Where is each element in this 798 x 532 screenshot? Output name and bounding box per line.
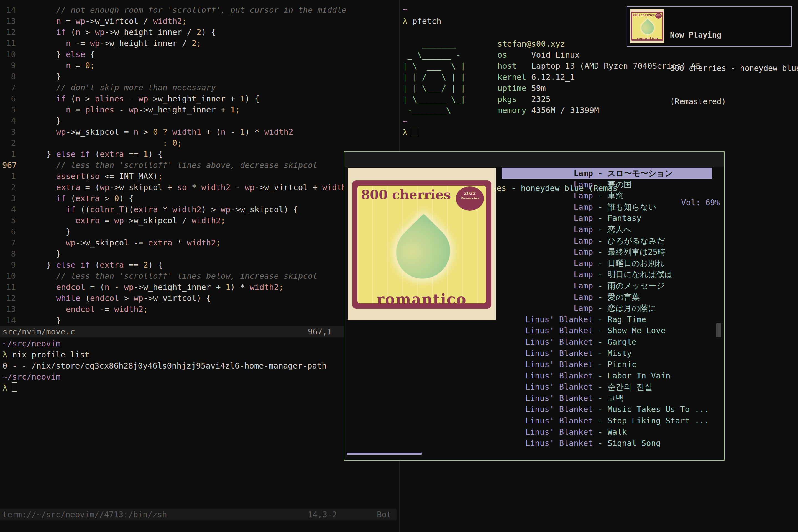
track-row-selected[interactable]: Lamp - スロ〜モ〜ション — [344, 168, 724, 179]
code-area[interactable]: 14 // not enough room for 'scrolloff', p… — [0, 4, 399, 326]
code-line[interactable]: 3 if (extra > 0) { — [0, 193, 399, 204]
track-row[interactable]: Linus' Blanket - Signal Song — [344, 438, 724, 449]
code-line[interactable]: 5 n = plines - wp->w_height_inner + 1; — [0, 104, 399, 115]
code-line[interactable]: 7 // don't skip more than necessary — [0, 82, 399, 93]
code-line[interactable]: 5 extra = wp->w_skipcol / width2; — [0, 215, 399, 226]
now-playing-notification[interactable]: 800 cherries 2022Remaster romantico Now … — [627, 6, 792, 46]
track-row[interactable]: Linus' Blanket - Picnic — [344, 359, 724, 370]
track-row[interactable]: Lamp - 誰も知らない — [344, 202, 724, 213]
shell-prompt[interactable]: λ — [403, 127, 417, 138]
relative-line-number: 3 — [0, 193, 27, 204]
scroll-indicator: Bot — [377, 509, 391, 520]
relative-line-number: 14 — [0, 315, 27, 326]
code-line[interactable]: 14 // not enough room for 'scrolloff', p… — [0, 4, 399, 16]
track-title: Signal Song — [607, 438, 661, 448]
track-artist: Lamp — [344, 190, 593, 202]
code-line[interactable]: 4 } — [0, 115, 399, 126]
track-title: 最終列車は25時 — [607, 247, 666, 256]
music-player-window[interactable]: [Playing] herries - honeydew blue (Remas… — [344, 151, 725, 460]
relative-line-number: 9 — [0, 60, 27, 71]
code-line[interactable]: 967 // less than 'scrolloff' lines above… — [0, 159, 399, 171]
prompt-lambda-icon: λ — [2, 350, 7, 359]
playback-progress-bar[interactable] — [347, 453, 422, 455]
track-title: 恋は月の蔭に — [607, 303, 656, 313]
remaster-badge: 2022Remaster — [655, 13, 662, 19]
code-line[interactable]: 9 n = 0; — [0, 60, 399, 71]
relative-line-number: 4 — [0, 115, 27, 126]
code-line[interactable]: 12 if (n > wp->w_height_inner / 2) { — [0, 26, 399, 38]
track-row[interactable]: Lamp - 最終列車は25時 — [344, 246, 724, 258]
code-line[interactable]: 6 } — [0, 226, 399, 237]
relative-line-number: 13 — [0, 16, 27, 26]
code-line[interactable]: 1 assert(so <= INT_MAX); — [0, 171, 399, 182]
code-line[interactable]: 14 } — [0, 315, 399, 326]
embedded-terminal[interactable]: ~/src/neovimλ nix profile list0 - - /nix… — [2, 338, 327, 394]
shell-command-line: λ pfetch — [403, 16, 441, 26]
relative-line-number: 8 — [0, 248, 27, 259]
track-row[interactable]: Linus' Blanket - Rag Time — [344, 314, 724, 325]
track-row[interactable]: Lamp - 恋は月の蔭に — [344, 303, 724, 314]
track-artist: Lamp — [344, 291, 593, 303]
prompt-lambda-icon: λ — [403, 128, 407, 137]
code-line[interactable]: 1 } else if (extra == 1) { — [0, 149, 399, 159]
track-row[interactable]: Lamp - ひろがるなみだ — [344, 235, 724, 247]
track-title: Misty — [607, 348, 631, 358]
code-line[interactable]: 8 } — [0, 71, 399, 82]
track-row[interactable]: Linus' Blanket - Misty — [344, 348, 724, 359]
relative-line-number: 2 — [0, 182, 27, 193]
track-row[interactable]: Linus' Blanket - Labor In Vain — [344, 370, 724, 382]
code-line[interactable]: 8 } — [0, 248, 399, 259]
relative-line-number: 4 — [0, 204, 27, 215]
track-row[interactable]: Linus' Blanket - Stop Liking Start ... — [344, 415, 724, 426]
code-line[interactable]: 11 endcol = (n - wp->w_height_inner + 1)… — [0, 282, 399, 292]
relative-line-number: 14 — [0, 4, 27, 16]
terminal-line[interactable]: λ — [2, 382, 327, 394]
album-title-text: romantico — [630, 36, 664, 40]
code-line[interactable]: 10 } else { — [0, 49, 399, 60]
track-row[interactable]: Linus' Blanket - Show Me Love — [344, 325, 724, 336]
track-artist: Lamp — [344, 303, 593, 314]
relative-line-number: 8 — [0, 71, 27, 82]
nvim-pane[interactable]: 14 // not enough room for 'scrolloff', p… — [0, 0, 399, 532]
code-line[interactable]: 7 wp->w_skipcol -= extra * width2; — [0, 237, 399, 248]
code-line[interactable]: 13 n = wp->w_virtcol / width2; — [0, 16, 399, 26]
current-line-number: 967 — [0, 159, 27, 171]
code-line[interactable]: 13 endcol -= width2; — [0, 304, 399, 315]
track-row[interactable]: Lamp - 明日になれば僕は — [344, 269, 724, 280]
track-row[interactable]: Linus' Blanket - Walk — [344, 426, 724, 438]
track-row[interactable]: Lamp - 車窓 — [344, 190, 724, 202]
terminal-buffer-statusline: term://~/src/neovim//4713:/bin/zsh 14,3-… — [0, 509, 397, 520]
track-list[interactable]: Lamp - スロ〜モ〜ションLamp - 夢の国Lamp - 車窓Lamp -… — [344, 168, 724, 449]
track-title: スロ〜モ〜ション — [607, 169, 673, 178]
track-row[interactable]: Linus' Blanket - 순간의 진실 — [344, 381, 724, 393]
relative-line-number: 11 — [0, 38, 27, 49]
track-title: 明日になれば僕は — [607, 270, 672, 279]
track-title: Music Takes Us To ... — [607, 404, 709, 414]
code-line[interactable]: 2 extra = (wp->w_skipcol + so * width2 -… — [0, 182, 399, 193]
relative-line-number: 10 — [0, 270, 27, 282]
code-line[interactable]: 4 if ((colnr_T)(extra * width2) > wp->w_… — [0, 204, 399, 215]
track-row[interactable]: Lamp - 夢の国 — [344, 179, 724, 190]
track-row[interactable]: Lamp - 日曜日のお別れ — [344, 258, 724, 269]
code-line[interactable]: 10 // less than 'scrolloff' lines below,… — [0, 270, 399, 282]
track-row[interactable]: Lamp - 恋人へ — [344, 224, 724, 235]
prompt-lambda-icon: λ — [403, 16, 407, 26]
track-row[interactable]: Lamp - Fantasy — [344, 212, 724, 224]
track-row[interactable]: Lamp - 雨のメッセージ — [344, 280, 724, 291]
track-row[interactable]: Lamp - 愛の言葉 — [344, 291, 724, 303]
code-line[interactable]: 2 : 0; — [0, 137, 399, 149]
code-line[interactable]: 9 } else if (extra == 2) { — [0, 259, 399, 270]
code-line[interactable]: 6 if (n > plines - wp->w_height_inner + … — [0, 93, 399, 104]
code-line[interactable]: 11 n -= wp->w_height_inner / 2; — [0, 38, 399, 49]
track-title: Picnic — [607, 360, 636, 369]
track-row[interactable]: Linus' Blanket - 고백 — [344, 393, 724, 404]
nvim-statusline: src/nvim/move.c 967,1 — [0, 326, 397, 338]
code-line[interactable]: 3 wp->w_skipcol = n > 0 ? width1 + (n - … — [0, 126, 399, 137]
track-row[interactable]: Linus' Blanket - Music Takes Us To ... — [344, 404, 724, 415]
code-line[interactable]: 12 while (endcol > wp->w_virtcol) { — [0, 292, 399, 304]
track-row[interactable]: Linus' Blanket - Gargle — [344, 336, 724, 348]
track-title: 誰も知らない — [607, 202, 657, 212]
track-list-scrollbar[interactable] — [716, 323, 721, 337]
notification-text: Now Playing 800 cherries - honeydew blue… — [670, 7, 798, 129]
track-title: Walk — [607, 427, 627, 437]
